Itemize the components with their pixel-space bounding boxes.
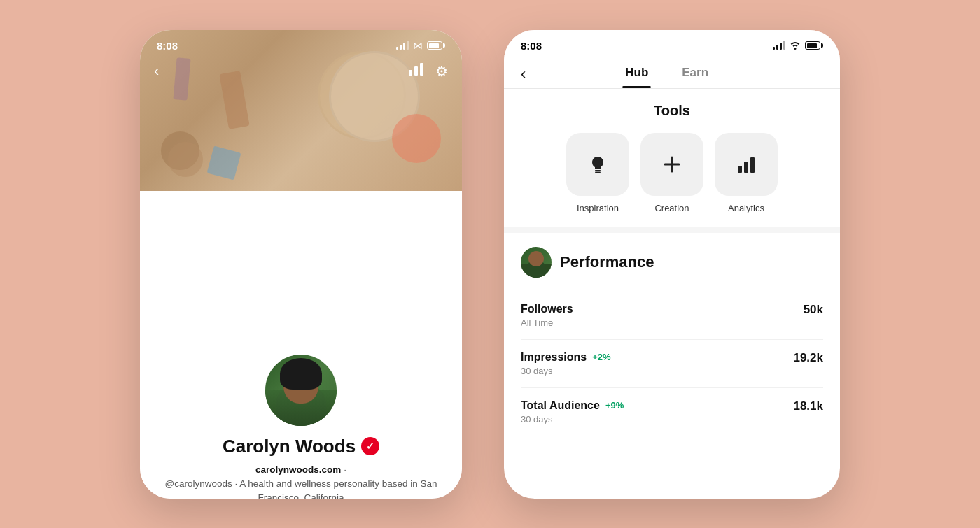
phones-container: 8:08 ⋈ ‹ [140,30,840,499]
tools-section: Tools Inspiration [504,103,840,227]
hub-header: ‹ Hub Earn [504,57,840,88]
creation-label: Creation [654,203,689,213]
signal-icon-right [773,41,785,50]
stat-followers-name: Followers [521,303,573,315]
svg-rect-0 [409,70,412,76]
wifi-icon-right [790,40,801,52]
svg-rect-5 [738,166,742,173]
perf-avatar [521,247,552,278]
creation-icon-box [640,133,704,196]
stat-impressions: Impressions +2% 30 days 19.2k [521,340,823,388]
stat-followers: Followers All Time 50k [521,292,823,340]
status-icons-right [773,40,823,52]
cover-nav: ‹ ⚙ [140,62,462,80]
stat-impressions-change: +2% [592,352,610,362]
tools-grid: Inspiration Creation [521,133,823,213]
settings-icon[interactable]: ⚙ [435,63,448,80]
stat-audience-name: Total Audience +9% [521,399,624,412]
profile-name: Carolyn Woods ✓ [140,436,462,457]
stat-audience-left: Total Audience +9% 30 days [521,399,624,424]
svg-rect-6 [744,162,748,173]
phone-profile: 8:08 ⋈ ‹ [140,30,462,499]
status-bar-right: 8:08 [504,30,840,57]
profile-bio: carolynwoods.com · @carolynwoods · A hea… [140,463,462,499]
status-time-left: 8:08 [157,40,178,52]
stat-audience-change: +9% [606,400,624,411]
phone-hub: 8:08 ‹ [504,30,840,499]
stat-impressions-name: Impressions +2% [521,351,611,364]
profile-avatar [262,352,340,429]
wifi-icon-left: ⋈ [413,40,423,51]
tool-inspiration[interactable]: Inspiration [566,133,629,213]
tool-analytics[interactable]: Analytics [715,133,778,213]
stat-impressions-left: Impressions +2% 30 days [521,351,611,376]
svg-rect-2 [420,63,424,76]
status-bar-left: 8:08 ⋈ [140,30,462,57]
inspiration-icon-box [566,133,629,196]
stat-followers-period: All Time [521,317,573,328]
tab-earn[interactable]: Earn [679,60,711,88]
tools-title: Tools [521,103,823,119]
stat-audience-value: 18.1k [793,399,823,413]
tool-creation[interactable]: Creation [640,133,704,213]
back-button-right[interactable]: ‹ [521,65,526,83]
stat-impressions-period: 30 days [521,366,611,376]
analytics-icon[interactable] [409,63,424,80]
hub-tabs: Hub Earn [540,60,794,88]
verified-badge: ✓ [361,437,379,455]
stat-followers-value: 50k [804,303,823,317]
hub-divider [504,88,840,89]
analytics-label: Analytics [728,203,764,213]
inspiration-label: Inspiration [577,203,619,213]
stat-impressions-value: 19.2k [793,351,823,365]
stat-followers-left: Followers All Time [521,303,573,328]
svg-rect-4 [595,171,601,173]
analytics-icon-box [715,133,778,196]
svg-rect-1 [414,66,418,76]
status-icons-left: ⋈ [396,40,445,51]
profile-avatar-container [140,352,462,429]
cover-nav-icons: ⚙ [409,63,448,80]
avatar-hair [280,358,322,390]
back-button-left[interactable]: ‹ [154,62,159,80]
battery-icon-right [805,41,823,50]
stat-audience: Total Audience +9% 30 days 18.1k [521,388,823,436]
performance-section: Performance Followers All Time 50k Impre… [504,233,840,450]
performance-title: Performance [560,253,654,271]
tab-hub[interactable]: Hub [622,60,651,88]
stat-audience-period: 30 days [521,414,624,424]
performance-header: Performance [521,247,823,278]
section-divider [504,227,840,233]
status-time-right: 8:08 [521,40,542,52]
svg-rect-7 [750,157,755,173]
svg-rect-3 [595,170,601,171]
perf-avatar-face [528,251,544,266]
battery-icon-left [427,41,445,50]
signal-icon-left [396,41,409,50]
